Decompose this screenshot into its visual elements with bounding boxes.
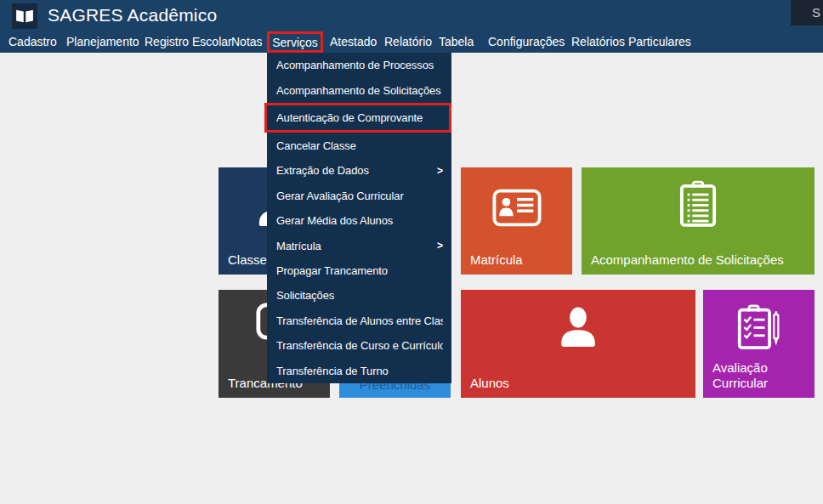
tile-alunos[interactable]: Alunos	[461, 290, 695, 398]
app-header: SAGRES Acadêmico S	[0, 0, 823, 31]
menu-item-gerar-avaliacao-curricular[interactable]: Gerar Avaliação Curricular	[267, 183, 451, 207]
menubar-item-relatorios-particulares[interactable]: Relatórios Particulares	[571, 31, 691, 53]
menu-item-transferencia-de-alunos-entre-classes[interactable]: Transferência de Alunos entre Classes	[267, 309, 451, 333]
menubar-item-planejamento[interactable]: Planejamento	[66, 31, 139, 53]
tile-label: Alunos	[470, 376, 509, 391]
clipboard-check-pen-icon	[736, 304, 782, 350]
menu-item-acompanhamento-de-processos[interactable]: Acompanhamento de Processos	[267, 53, 451, 77]
menubar-item-tabela[interactable]: Tabela	[439, 31, 474, 53]
menubar-item-notas[interactable]: Notas	[231, 31, 263, 53]
menu-item-matricula[interactable]: Matrícula >	[267, 233, 451, 258]
person-icon	[557, 307, 599, 348]
menubar-item-servicos[interactable]: Serviços	[267, 31, 323, 53]
open-book-icon	[15, 8, 34, 24]
menubar-item-configuracoes[interactable]: Configurações	[488, 31, 565, 53]
menubar-item-relatorio[interactable]: Relatório	[384, 31, 432, 53]
id-card-icon	[492, 189, 542, 227]
menu-item-transferencia-de-curso-e-curriculo[interactable]: Transferência de Curso e Currículo	[267, 333, 451, 358]
tile-avaliacao-curricular[interactable]: Avaliação Curricular	[703, 290, 814, 398]
submenu-arrow-icon: >	[437, 240, 443, 252]
menu-item-gerar-media-dos-alunos[interactable]: Gerar Média dos Alunos	[267, 208, 451, 233]
menubar-item-cadastro[interactable]: Cadastro	[9, 31, 57, 53]
menubar-item-atestado[interactable]: Atestado	[330, 31, 377, 53]
session-box[interactable]: S	[791, 0, 823, 25]
submenu-arrow-icon: >	[437, 165, 443, 177]
menu-item-transferencia-de-turno[interactable]: Transferência de Turno	[267, 359, 451, 383]
menu-item-solicitacoes[interactable]: Solicitações	[267, 283, 451, 308]
main-menubar: Cadastro Planejamento Registro Escolar N…	[0, 31, 823, 53]
tile-label: Acompanhamento de Solicitações	[591, 252, 784, 268]
app-title: SAGRES Acadêmico	[48, 0, 217, 31]
menu-item-acompanhamento-de-solicitacoes[interactable]: Acompanhamento de Solicitações	[267, 77, 451, 102]
menu-item-autenticacao-de-comprovante[interactable]: Autenticação de Comprovante	[264, 103, 451, 133]
tile-matricula[interactable]: Matrícula	[461, 167, 572, 275]
clipboard-list-icon	[679, 180, 717, 228]
servicos-dropdown-menu: Acompanhamento de Processos Acompanhamen…	[267, 53, 451, 383]
app-logo[interactable]	[12, 3, 37, 29]
menu-item-extracao-de-dados[interactable]: Extração de Dados >	[267, 158, 451, 183]
tile-acompanhamento-solicitacoes[interactable]: Acompanhamento de Solicitações	[582, 167, 814, 275]
tile-label: Matrícula	[470, 252, 523, 268]
tile-label: Avaliação Curricular	[712, 360, 803, 391]
session-text: S	[812, 5, 820, 20]
menubar-item-registro-escolar[interactable]: Registro Escolar	[145, 31, 232, 53]
menu-item-cancelar-classe[interactable]: Cancelar Classe	[267, 133, 451, 157]
menubar-item-servicos-label: Serviços	[272, 37, 318, 48]
tile-label: Classe	[228, 252, 267, 268]
sagres-app-window: Classe Matrícula Acompanhamento de	[0, 0, 823, 504]
menu-item-propagar-trancamento[interactable]: Propagar Trancamento	[267, 258, 451, 283]
